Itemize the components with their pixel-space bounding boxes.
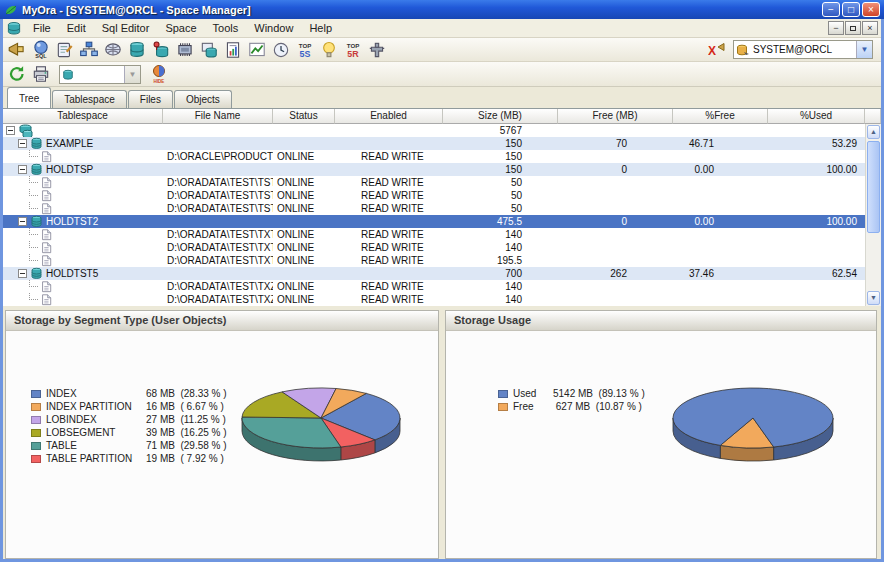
mdi-document-icon [6,21,22,36]
menu-item-tools[interactable]: Tools [205,20,247,36]
grid-row-datafile[interactable]: D:\ORADATA\TEST\TXT0...ONLINEREAD WRITE1… [3,241,865,254]
clock-button[interactable] [269,39,293,61]
copy-database-button[interactable] [197,39,221,61]
storage-usage-pie-chart [446,331,876,558]
grid-row-datafile[interactable]: D:\ORADATA\TEST\TXT0...ONLINEREAD WRITE1… [3,254,865,267]
refresh-button[interactable] [5,63,29,85]
secondary-toolbar-buttons [5,63,53,85]
disconnect-icon: X [708,41,726,59]
expand-collapse-box[interactable] [18,217,27,226]
print-button[interactable] [29,63,53,85]
database-icon [127,40,147,60]
grid-row-datafile[interactable]: D:\ORADATA\TEST\TXZT...ONLINEREAD WRITE1… [3,293,865,306]
menu-item-window[interactable]: Window [246,20,301,36]
column-header--used[interactable]: %Used [768,109,865,124]
sessions-button[interactable] [101,39,125,61]
menu-item-edit[interactable]: Edit [59,20,94,36]
connection-combo[interactable]: SYSTEM@ORCL ▼ [733,40,873,59]
grid-row-tablespace-holdtst5[interactable]: HOLDTST570026237.4662.54 [3,267,865,280]
status-cell [273,163,335,176]
close-button[interactable]: × [862,2,880,17]
sql-editor-button[interactable] [53,39,77,61]
column-header-status[interactable]: Status [273,109,335,124]
sql-editor-icon [55,40,75,60]
column-header-tablespace[interactable]: Tablespace [3,109,163,124]
line-chart-button[interactable] [245,39,269,61]
menu-item-space[interactable]: Space [157,20,204,36]
grid-row-datafile[interactable]: D:\ORADATA\TEST\TST0...ONLINEREAD WRITE5… [3,176,865,189]
minimize-button[interactable]: − [822,2,840,17]
tab-tree[interactable]: Tree [7,87,51,108]
expand-collapse-box[interactable] [18,269,27,278]
pct-free-cell [673,293,768,306]
tab-strip: TreeTablespaceFilesObjects [3,87,881,109]
datafile-icon [40,176,52,189]
pct-used-cell [768,124,865,137]
grid-row-tablespace-example[interactable]: EXAMPLE1507046.7153.29 [3,137,865,150]
database-button[interactable] [125,39,149,61]
tablespace-combo[interactable]: ▼ [59,65,141,84]
faucet-button[interactable] [365,39,389,61]
grid-row-datafile[interactable]: D:\ORADATA\TEST\TXT0...ONLINEREAD WRITE1… [3,228,865,241]
menu-item-help[interactable]: Help [301,20,340,36]
scrollbar-thumb[interactable] [867,141,880,233]
maximize-button[interactable]: □ [842,2,860,17]
scroll-down-button[interactable]: ▼ [867,291,880,305]
menu-item-sql-editor[interactable]: Sql Editor [94,20,158,36]
bulb-button[interactable] [317,39,341,61]
tree-cell [3,280,163,293]
disconnect-button[interactable]: X [705,39,729,61]
expand-collapse-box[interactable] [18,139,27,148]
grid-row-database-root[interactable]: 5767 [3,124,865,137]
grid-row-datafile[interactable]: D:\ORADATA\TEST\TXZT...ONLINEREAD WRITE1… [3,280,865,293]
enabled-cell: READ WRITE [335,280,443,293]
schema-button[interactable] [77,39,101,61]
status-cell: ONLINE [273,176,335,189]
pct-free-cell: 37.46 [673,267,768,280]
top-5s-button[interactable]: TOP5S [293,39,317,61]
scroll-up-button[interactable]: ▲ [867,125,880,139]
expand-collapse-box[interactable] [6,126,15,135]
tablespace-combo-arrow[interactable]: ▼ [124,66,140,83]
tab-objects[interactable]: Objects [174,90,232,108]
enabled-cell [335,267,443,280]
tree-cell [3,241,163,254]
sql-query-button[interactable]: SQL [29,39,53,61]
column-header--free[interactable]: %Free [673,109,768,124]
segment-type-panel-body: INDEX68 MB (28.33 % )INDEX PARTITION16 M… [6,331,438,558]
pct-free-cell [673,254,768,267]
tab-files[interactable]: Files [128,90,173,108]
column-header-free-mb-[interactable]: Free (MB) [558,109,673,124]
report-button[interactable] [221,39,245,61]
storage-button[interactable] [149,39,173,61]
mdi-minimize-button[interactable]: − [828,21,844,35]
datafile-icon [40,150,52,163]
expand-collapse-box[interactable] [18,165,27,174]
column-header-size-mb-[interactable]: Size (MB) [443,109,558,124]
connection-combo-arrow[interactable]: ▼ [856,41,872,58]
vertical-scrollbar[interactable]: ▲ ▼ [865,124,881,306]
mdi-restore-button[interactable] [845,21,861,35]
megaphone-button[interactable] [5,39,29,61]
tab-tablespace[interactable]: Tablespace [52,90,127,108]
grid-row-datafile[interactable]: D:\ORADATA\TEST\TST0...ONLINEREAD WRITE5… [3,202,865,215]
column-header-enabled[interactable]: Enabled [335,109,443,124]
hide-button[interactable]: HIDE [147,63,171,85]
file-name-cell [163,215,273,228]
print-icon [31,64,51,84]
memory-button[interactable] [173,39,197,61]
file-name-cell [163,137,273,150]
menu-item-file[interactable]: File [25,20,59,36]
top-5r-button[interactable]: TOP5R [341,39,365,61]
grid-row-datafile[interactable]: D:\ORADATA\TEST\TST0...ONLINEREAD WRITE5… [3,189,865,202]
grid-row-tablespace-holdtst2[interactable]: HOLDTST2475.500.00100.00 [3,215,865,228]
file-name-cell: D:\ORADATA\TEST\TST0... [163,189,273,202]
mdi-close-button[interactable]: × [862,21,878,35]
grid-row-datafile[interactable]: D:\ORACLE\PRODUCT\1...ONLINEREAD WRITE15… [3,150,865,163]
datafile-icon [40,228,52,241]
grid-row-tablespace-holdtsp[interactable]: HOLDTSP15000.00100.00 [3,163,865,176]
tablespace-db-icon [62,68,74,81]
size-mb-cell: 50 [443,189,558,202]
file-name-cell [163,163,273,176]
column-header-file-name[interactable]: File Name [163,109,273,124]
